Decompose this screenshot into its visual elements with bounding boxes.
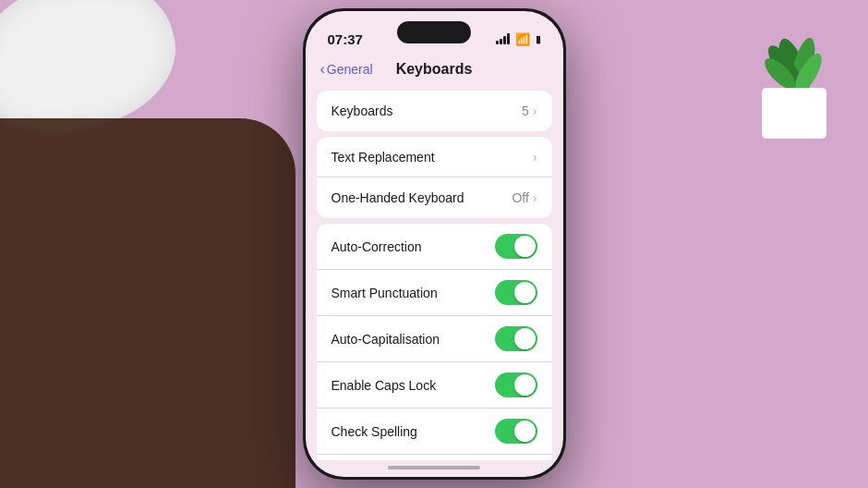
text-replacement-row[interactable]: Text Replacement › [317, 137, 552, 177]
nav-bar: ‹ General Keyboards [306, 57, 563, 85]
smart-punctuation-label: Smart Punctuation [332, 286, 438, 300]
settings-content: Keyboards 5 › Text Replacement › One-Han… [306, 85, 563, 460]
home-indicator [306, 460, 563, 477]
bg-plant [739, 18, 850, 139]
text-replacement-label: Text Replacement [332, 150, 435, 165]
text-replacement-group: Text Replacement › One-Handed Keyboard O… [317, 137, 552, 218]
one-handed-keyboard-value: Off [512, 190, 528, 205]
smart-punctuation-toggle[interactable] [495, 280, 537, 305]
status-time: 07:37 [328, 31, 363, 47]
keyboards-right: 5 › [522, 104, 536, 118]
battery-icon: ▮ [536, 33, 541, 45]
check-spelling-label: Check Spelling [332, 424, 417, 439]
auto-correction-row[interactable]: Auto-Correction [317, 224, 552, 270]
wifi-icon: 📶 [515, 32, 530, 46]
toggles-group: Auto-Correction Smart Punctuation Auto-C… [317, 224, 552, 460]
status-icons: 📶 ▮ [496, 32, 541, 46]
auto-capitalisation-toggle[interactable] [495, 326, 537, 351]
one-handed-keyboard-right: Off › [512, 190, 536, 205]
nav-title: Keyboards [396, 61, 473, 78]
one-handed-keyboard-chevron-icon: › [533, 190, 537, 205]
text-replacement-chevron-icon: › [533, 150, 537, 165]
keyboards-label: Keyboards [332, 104, 393, 118]
back-button[interactable]: ‹ General [320, 61, 373, 78]
one-handed-keyboard-label: One-Handed Keyboard [332, 190, 464, 205]
text-replacement-right: › [533, 150, 537, 165]
keyboards-chevron-icon: › [533, 104, 537, 118]
enable-caps-lock-row[interactable]: Enable Caps Lock [317, 362, 552, 409]
check-spelling-toggle[interactable] [495, 419, 537, 444]
home-bar [388, 466, 480, 470]
keyboards-value: 5 [522, 104, 529, 118]
one-handed-keyboard-row[interactable]: One-Handed Keyboard Off › [317, 177, 552, 218]
back-label: General [327, 62, 373, 77]
check-spelling-row[interactable]: Check Spelling [317, 409, 552, 455]
iphone: 07:37 📶 ▮ ‹ General Keyboards [303, 8, 566, 480]
auto-capitalisation-label: Auto-Capitalisation [332, 332, 440, 347]
enable-caps-lock-label: Enable Caps Lock [332, 378, 437, 393]
keyboards-group: Keyboards 5 › [317, 91, 552, 131]
auto-correction-toggle[interactable] [495, 234, 537, 259]
back-chevron-icon: ‹ [320, 61, 325, 78]
auto-capitalisation-row[interactable]: Auto-Capitalisation [317, 316, 552, 362]
enable-caps-lock-toggle[interactable] [495, 372, 537, 397]
hand-area [0, 118, 295, 488]
dynamic-island [397, 21, 471, 43]
signal-bars-icon [496, 33, 510, 44]
keyboards-row[interactable]: Keyboards 5 › [317, 91, 552, 131]
auto-correction-label: Auto-Correction [332, 239, 422, 254]
smart-punctuation-row[interactable]: Smart Punctuation [317, 270, 552, 316]
